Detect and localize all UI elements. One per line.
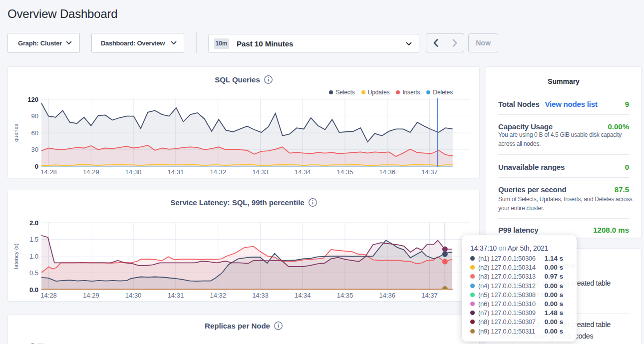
svg-text:14:36: 14:36 xyxy=(379,168,396,176)
svg-text:0.5: 0.5 xyxy=(29,269,38,277)
svg-text:14:32: 14:32 xyxy=(210,292,226,299)
svg-text:14:28: 14:28 xyxy=(40,168,57,176)
svg-text:latency (s): latency (s) xyxy=(13,244,19,269)
svg-text:2.0: 2.0 xyxy=(29,219,38,227)
svg-text:0.0: 0.0 xyxy=(29,286,38,294)
svg-text:0: 0 xyxy=(35,163,38,170)
svg-text:14:37: 14:37 xyxy=(421,292,438,299)
svg-text:1.0: 1.0 xyxy=(29,253,38,260)
svg-text:14:30: 14:30 xyxy=(125,292,142,299)
svg-text:14:31: 14:31 xyxy=(168,168,184,176)
svg-text:14:31: 14:31 xyxy=(168,292,184,299)
svg-text:30: 30 xyxy=(31,146,38,153)
svg-text:14:28: 14:28 xyxy=(40,292,57,299)
svg-text:14:29: 14:29 xyxy=(83,168,99,176)
svg-text:14:34: 14:34 xyxy=(295,292,311,299)
svg-text:60: 60 xyxy=(31,129,38,137)
svg-text:14:32: 14:32 xyxy=(210,168,226,176)
svg-text:14:34: 14:34 xyxy=(295,168,311,176)
svg-text:14:35: 14:35 xyxy=(337,168,353,176)
svg-text:14:36: 14:36 xyxy=(379,292,396,299)
svg-text:14:33: 14:33 xyxy=(252,168,269,176)
svg-text:1.5: 1.5 xyxy=(29,236,38,243)
svg-text:90: 90 xyxy=(31,112,38,120)
svg-text:14:30: 14:30 xyxy=(125,168,142,176)
svg-text:120: 120 xyxy=(27,96,38,103)
svg-text:queries: queries xyxy=(13,123,19,142)
svg-text:14:29: 14:29 xyxy=(83,292,99,299)
svg-text:14:33: 14:33 xyxy=(252,292,269,299)
svg-text:14:35: 14:35 xyxy=(337,292,353,299)
svg-text:14:37: 14:37 xyxy=(421,168,438,176)
